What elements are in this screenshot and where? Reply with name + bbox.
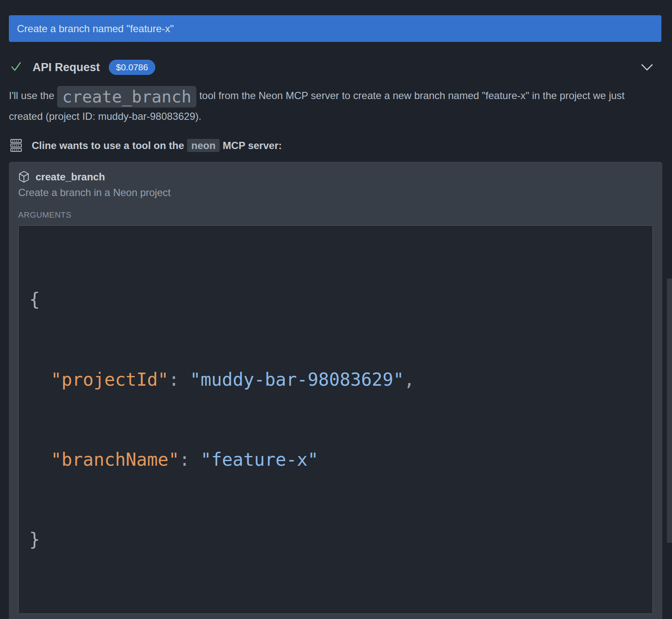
arguments-code-block: { "projectId": "muddy-bar-98083629", "br… xyxy=(18,225,653,614)
json-open-brace: { xyxy=(29,286,642,313)
user-message-text: Create a branch named "feature-x" xyxy=(17,23,174,35)
inline-code-create-branch: create_branch xyxy=(57,86,196,108)
arguments-label: ARGUMENTS xyxy=(18,210,653,220)
chevron-down-icon[interactable] xyxy=(641,64,653,71)
api-request-header-1[interactable]: API Request $0.0786 xyxy=(11,60,653,75)
json-line: "branchName": "feature-x" xyxy=(29,446,642,473)
api-request-label: API Request xyxy=(33,61,100,74)
mcp-header-text: Cline wants to use a tool on theneonMCP … xyxy=(32,140,282,152)
intro-text-before: I'll use the xyxy=(9,90,57,101)
user-message-banner: Create a branch named "feature-x" xyxy=(9,15,661,42)
tool-name: create_branch xyxy=(36,171,105,183)
tool-call-card: create_branch Create a branch in a Neon … xyxy=(9,162,662,619)
package-cube-icon xyxy=(18,171,30,183)
mcp-header-after: MCP server: xyxy=(223,140,282,151)
mcp-server-badge: neon xyxy=(187,139,220,152)
api-cost-badge: $0.0786 xyxy=(109,60,155,75)
check-icon xyxy=(11,61,22,73)
scrollbar-thumb[interactable] xyxy=(667,279,672,543)
mcp-header-before: Cline wants to use a tool on the xyxy=(32,140,184,151)
server-icon xyxy=(10,139,22,152)
mcp-tool-header: Cline wants to use a tool on theneonMCP … xyxy=(10,139,647,152)
json-line: "projectId": "muddy-bar-98083629", xyxy=(29,366,642,393)
tool-title-row: create_branch xyxy=(18,171,653,183)
tool-description: Create a branch in a Neon project xyxy=(18,187,653,199)
json-close-brace: } xyxy=(29,526,642,553)
assistant-message-text: I'll use the create_branch tool from the… xyxy=(9,86,625,126)
